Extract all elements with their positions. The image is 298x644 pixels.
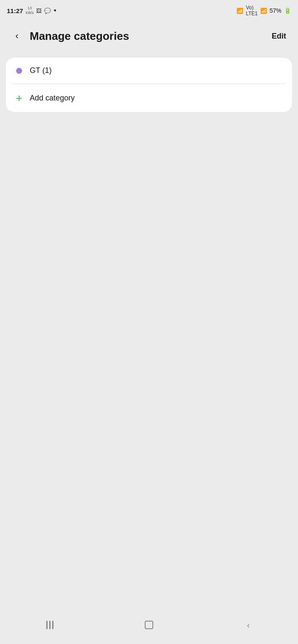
back-button[interactable]: ‹ [8,28,25,45]
page-title: Manage categories [30,30,129,43]
home-icon [145,621,153,629]
image-notification-icon: 🖼 [36,8,42,14]
message-notification-icon: 💬 [44,8,51,14]
status-right: 📶 Vo)LTE1 📶 57% 🔋 [236,5,291,17]
battery-percentage: 57% [270,7,281,14]
add-icon: + [16,92,22,103]
add-category-item[interactable]: + Add category [6,84,292,112]
categories-card: GT (1) + Add category [6,58,292,112]
recent-apps-icon [46,621,53,629]
back-nav-icon: ‹ [247,620,250,630]
status-left: 11:27 13KB/s 🖼 💬 • [7,6,56,15]
back-nav-button[interactable]: ‹ [236,616,261,633]
recent-apps-button[interactable] [37,616,62,633]
wifi-icon: 📶 [236,8,243,14]
edit-button[interactable]: Edit [268,28,290,44]
dot-indicator: • [53,6,56,15]
category-label-gt: GT (1) [30,66,52,75]
back-arrow-icon: ‹ [15,31,18,42]
cellular-icon: 📶 [260,8,267,14]
signal-icon: Vo)LTE1 [246,5,258,17]
add-category-label: Add category [30,94,75,103]
category-item-gt[interactable]: GT (1) [6,58,292,84]
bottom-nav: ‹ [0,610,298,644]
category-color-dot [16,68,22,74]
battery-icon: 🔋 [284,7,291,14]
home-button[interactable] [136,616,162,633]
status-time: 11:27 [7,7,23,14]
status-bar: 11:27 13KB/s 🖼 💬 • 📶 Vo)LTE1 📶 57% 🔋 [0,0,298,21]
app-bar: ‹ Manage categories Edit [0,21,298,51]
app-bar-left: ‹ Manage categories [8,28,129,45]
status-kb: 13KB/s [25,6,34,15]
